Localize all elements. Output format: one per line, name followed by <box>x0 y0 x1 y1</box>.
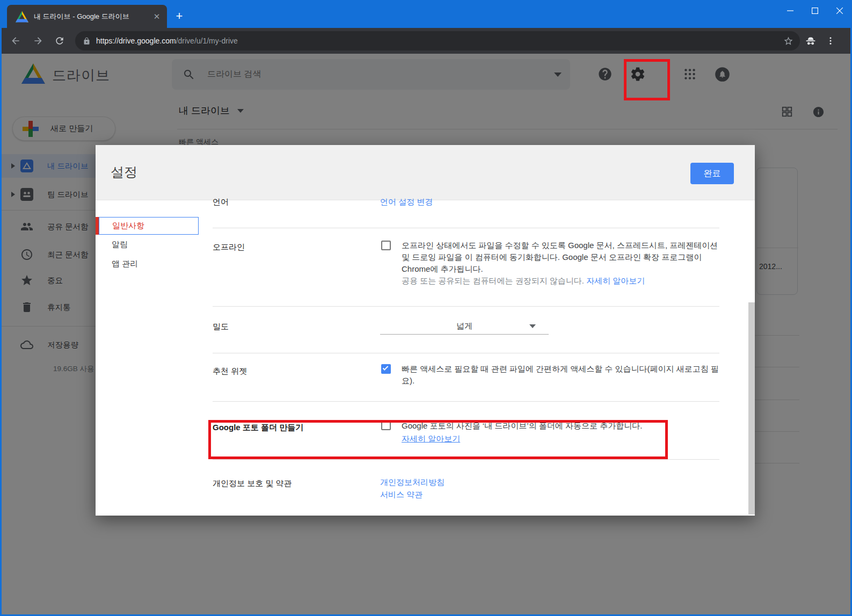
bookmark-star-icon[interactable] <box>783 36 793 46</box>
offline-learn-more-link[interactable]: 자세히 알아보기 <box>586 276 645 285</box>
offline-label: 오프라인 <box>213 242 245 252</box>
browser-menu-icon[interactable] <box>823 33 838 48</box>
density-value: 넓게 <box>456 321 472 331</box>
titlebar: 내 드라이브 - Google 드라이브 ✕ + <box>0 0 852 28</box>
row-divider <box>213 353 719 353</box>
photos-row-highlight-box <box>208 420 668 459</box>
browser-tab[interactable]: 내 드라이브 - Google 드라이브 ✕ <box>7 5 167 28</box>
language-label: 언어 <box>213 197 229 207</box>
language-change-link[interactable]: 언어 설정 변경 <box>380 197 433 207</box>
gear-highlight-box <box>624 59 670 100</box>
offline-checkbox[interactable] <box>381 241 391 250</box>
window-border-left <box>0 28 2 616</box>
row-divider <box>213 459 719 460</box>
offline-note: 공용 또는 공유되는 컴퓨터에는 권장되지 않습니다. 자세히 알아보기 <box>402 275 720 287</box>
settings-title: 설정 <box>111 163 137 181</box>
url-bar[interactable]: https://drive.google.com/drive/u/1/my-dr… <box>75 31 800 50</box>
tab-close-icon[interactable]: ✕ <box>152 12 162 21</box>
offline-description: 오프라인 상태에서도 파일을 수정할 수 있도록 Google 문서, 스프레드… <box>402 240 720 287</box>
done-button[interactable]: 완료 <box>690 163 734 184</box>
check-icon <box>383 365 389 371</box>
row-divider <box>213 228 719 228</box>
settings-header: 설정 완료 <box>96 145 755 200</box>
browser-window: 내 드라이브 - Google 드라이브 ✕ + https <box>0 0 852 616</box>
nav-item-manage-apps[interactable]: 앱 관리 <box>112 256 138 272</box>
forward-icon[interactable] <box>29 32 47 50</box>
density-select[interactable]: 넓게 <box>380 318 549 335</box>
window-controls <box>778 0 852 21</box>
row-divider <box>213 401 719 402</box>
lock-icon <box>83 37 91 45</box>
nav-item-general[interactable]: 일반사항 <box>99 217 199 235</box>
modal-scrollbar-thumb[interactable] <box>748 302 755 514</box>
row-divider <box>213 306 719 307</box>
minimize-icon[interactable] <box>778 0 803 21</box>
back-icon[interactable] <box>6 32 25 50</box>
close-icon[interactable] <box>827 0 852 21</box>
url-text: https://drive.google.com/drive/u/1/my-dr… <box>96 37 783 45</box>
tab-title: 내 드라이브 - Google 드라이브 <box>34 12 152 21</box>
privacy-policy-link[interactable]: 개인정보처리방침 <box>380 477 445 488</box>
incognito-icon <box>802 33 819 48</box>
density-label: 밀도 <box>213 322 229 332</box>
drive-favicon-icon <box>16 10 28 23</box>
widget-description: 빠른 액세스로 필요할 때 관련 파일에 간편하게 액세스할 수 있습니다(페이… <box>402 363 720 387</box>
nav-item-label: 일반사항 <box>112 221 144 231</box>
terms-of-service-link[interactable]: 서비스 약관 <box>380 490 423 500</box>
new-tab-icon[interactable]: + <box>172 9 187 24</box>
widget-checkbox[interactable] <box>381 364 391 374</box>
maximize-icon[interactable] <box>803 0 827 21</box>
nav-item-notifications[interactable]: 알림 <box>112 236 128 252</box>
settings-dialog: 설정 완료 일반사항 알림 앱 관리 언어 언어 설정 변경 오프라인 오프라인… <box>96 145 755 516</box>
reload-icon[interactable] <box>50 32 69 50</box>
privacy-label: 개인정보 보호 및 약관 <box>213 479 292 489</box>
dropdown-arrow-icon <box>529 324 536 328</box>
widget-label: 추천 위젯 <box>213 366 247 376</box>
